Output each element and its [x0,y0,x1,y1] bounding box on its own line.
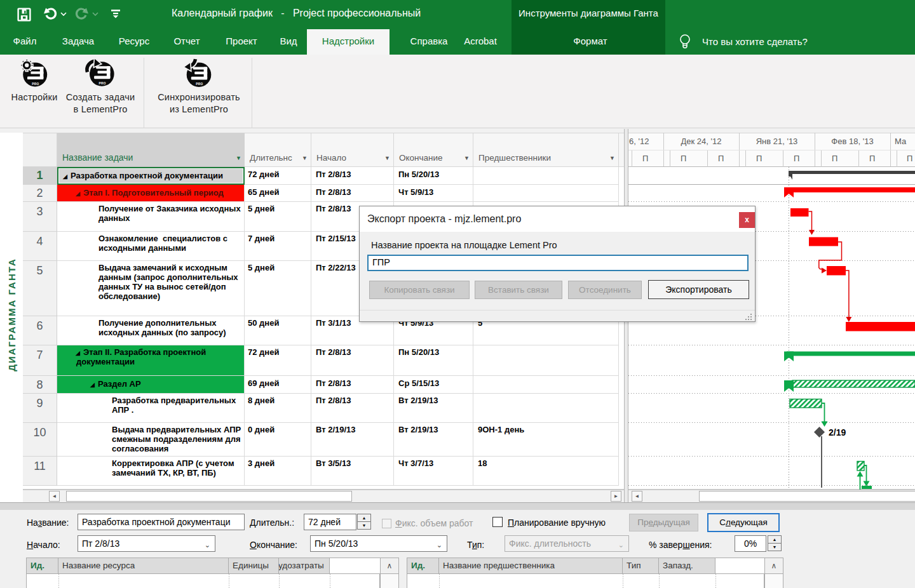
svg-text:PRO: PRO [196,83,203,86]
svg-text:2/19: 2/19 [829,427,846,438]
svg-text:PRO: PRO [98,82,105,85]
svg-text:PRO: PRO [32,83,39,86]
